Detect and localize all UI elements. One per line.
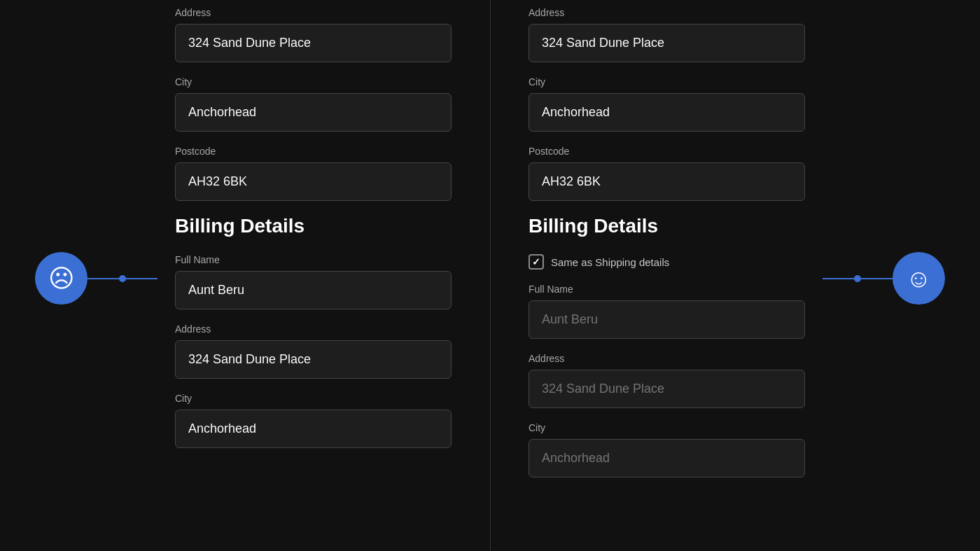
happy-face-icon: ☺	[906, 264, 932, 293]
left-billing-title: Billing Details	[175, 215, 451, 237]
left-postcode-input[interactable]	[175, 162, 451, 201]
column-divider	[490, 0, 491, 551]
checkmark-icon: ✓	[532, 256, 540, 267]
right-address-group: Address	[528, 7, 805, 62]
right-billing-name-label: Full Name	[528, 284, 805, 295]
right-postcode-input[interactable]	[528, 162, 805, 201]
left-billing-city-group: City	[175, 393, 451, 448]
left-city-label: City	[175, 76, 451, 88]
same-as-shipping-row: ✓ Same as Shipping details	[528, 254, 805, 270]
right-billing-address-input[interactable]	[528, 370, 805, 408]
right-billing-title: Billing Details	[528, 215, 805, 237]
right-city-label: City	[528, 76, 805, 88]
right-billing-city-group: City	[528, 422, 805, 477]
right-city-group: City	[528, 76, 805, 132]
left-connector-dot	[119, 275, 126, 282]
right-billing-address-label: Address	[528, 353, 805, 364]
left-billing-address-label: Address	[175, 323, 451, 335]
same-as-shipping-label: Same as Shipping details	[551, 256, 669, 268]
sad-face-avatar: ☹	[35, 252, 88, 305]
right-postcode-group: Postcode	[528, 146, 805, 201]
right-address-input[interactable]	[528, 24, 805, 62]
right-billing-city-input[interactable]	[528, 439, 805, 477]
left-billing-address-group: Address	[175, 323, 451, 379]
left-billing-city-label: City	[175, 393, 451, 404]
left-city-input[interactable]	[175, 93, 451, 132]
left-address-label: Address	[175, 7, 451, 18]
left-city-group: City	[175, 76, 451, 132]
right-connector-dot	[854, 275, 861, 282]
left-billing-name-label: Full Name	[175, 254, 451, 265]
right-billing-name-input[interactable]	[528, 300, 805, 339]
left-billing-city-input[interactable]	[175, 410, 451, 448]
right-billing-address-group: Address	[528, 353, 805, 408]
same-as-shipping-checkbox[interactable]: ✓	[528, 254, 544, 270]
left-postcode-group: Postcode	[175, 146, 451, 201]
left-address-input[interactable]	[175, 24, 451, 62]
left-address-group: Address	[175, 7, 451, 62]
right-city-input[interactable]	[528, 93, 805, 132]
happy-face-avatar: ☺	[892, 252, 945, 305]
left-billing-name-input[interactable]	[175, 271, 451, 309]
left-billing-address-input[interactable]	[175, 340, 451, 379]
right-billing-name-group: Full Name	[528, 284, 805, 339]
left-postcode-label: Postcode	[175, 146, 451, 157]
right-postcode-label: Postcode	[528, 146, 805, 157]
sad-face-icon: ☹	[48, 264, 75, 293]
right-address-label: Address	[528, 7, 805, 18]
right-billing-city-label: City	[528, 422, 805, 433]
left-billing-name-group: Full Name	[175, 254, 451, 309]
